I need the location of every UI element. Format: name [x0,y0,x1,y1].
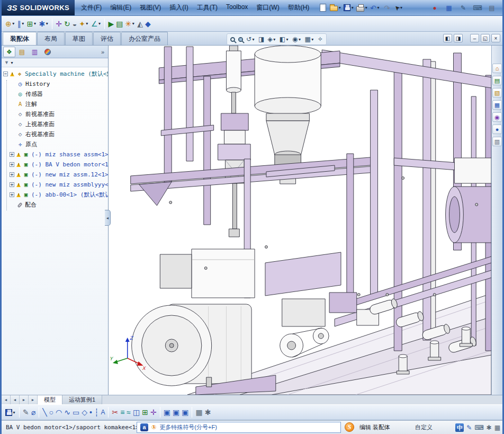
solidworks-resources-button[interactable]: ⌂ [492,64,502,73]
hide-show-items-button[interactable]: ◉▾ [291,34,302,44]
apply-scene-button[interactable]: ▦▾ [303,34,315,44]
print-button[interactable]: ▾ [356,2,368,14]
insert-component-button[interactable]: ⊕▾ [4,17,16,30]
instant-3d-button[interactable]: ◆ [144,17,152,30]
tab-sketch[interactable]: 草图 [65,32,93,45]
ime-keyboard-button[interactable]: ⌨ [472,2,483,14]
tab-layout[interactable]: 布局 [37,32,65,45]
tab-assembly[interactable]: 装配体 [3,32,37,45]
select-button[interactable]: ➤▾ [393,2,404,14]
collapse-icon[interactable]: − [3,72,8,76]
tree-item-assembly-root[interactable]: − ❖ Specially machine (默认<默 [2,69,108,79]
linear-sketch-pattern-button[interactable]: ⊞ [141,406,149,419]
grid-snap-button[interactable]: ▦ [194,406,203,419]
menu-file[interactable]: 文件(F) [77,1,106,14]
circle-button[interactable]: ○ [48,406,55,419]
text-button[interactable]: A [100,406,106,419]
tab-configuration-manager[interactable]: ▥ [29,47,41,57]
offset-entities-button[interactable]: ≈ [125,406,132,419]
sogou-logo-icon[interactable]: S [345,422,354,432]
viewport-pane-button[interactable]: ▣ [172,406,181,419]
tree-item-front-plane[interactable]: ◇ 前视基准面 [2,109,108,119]
tree-item-component[interactable]: + ▣ (-) new miz assmblyyy<1 [2,180,108,190]
custom-properties-button[interactable]: ▥ [492,137,502,146]
tree-item-component[interactable]: + ▣ (-) BA V bedon motor<1> ( [2,160,108,170]
viewport-pane-button[interactable]: ▣ [181,406,190,419]
design-library-button[interactable]: ▤ [492,76,502,85]
viewport-pane-button[interactable]: ▣ [163,406,172,419]
trim-entities-button[interactable]: ✂ [111,406,119,419]
menu-window[interactable]: 窗口(W) [252,1,283,14]
convert-entities-button[interactable]: ≡ [119,406,125,419]
rectangle-button[interactable]: ▭ [71,406,80,419]
assembly-features-button[interactable]: ✦▾ [78,17,90,30]
panel-collapse-handle[interactable]: ◄ [105,210,111,226]
scroll-next-button[interactable]: ► [20,395,29,404]
open-button[interactable]: ▾ [329,2,342,14]
mate-button[interactable]: ∥▾ [16,17,26,30]
doc-close-button[interactable]: × [491,34,500,42]
tree-item-origin[interactable]: ✛ 原点 [2,139,108,149]
ime-language-button[interactable]: 中 [455,423,464,432]
menu-help[interactable]: 帮助(H) [284,1,314,14]
caret-down-icon[interactable]: ▾ [10,60,14,65]
tab-motion-study[interactable]: 运动算例1 [62,395,102,404]
scroll-prev-button[interactable]: ◄ [11,395,20,404]
file-explorer-button[interactable]: ▧ [492,88,502,98]
expand-icon[interactable]: + [10,152,14,157]
tree-item-component[interactable]: + ▣ (-) new miz assm.12<1> (默 [2,170,108,180]
panel-overflow-button[interactable]: » [99,49,106,55]
tree-item-mates[interactable]: 配合 [2,200,108,210]
show-hidden-components-button[interactable]: ◒ [71,17,78,30]
zoom-fit-button[interactable] [229,34,236,44]
exploded-view-button[interactable]: ✳▾ [124,17,136,30]
tools-icon[interactable]: ✱ [487,424,492,431]
tree-item-history[interactable]: ◷ History [2,79,108,89]
customize-button[interactable]: 自定义 [415,423,433,431]
tab-feature-tree[interactable]: ❖ [3,47,15,57]
keyboard-icon[interactable]: ⌨ [474,424,483,431]
menu-insert[interactable]: 插入(I) [165,1,192,14]
rotate-component-button[interactable]: ↻ [63,17,71,30]
smart-dimension-button[interactable]: ⌀ [30,406,37,419]
tab-evaluate[interactable]: 评估 [93,32,121,45]
undo-button[interactable]: ↶▾ [370,2,381,14]
pen-icon[interactable]: ✎ [466,424,472,431]
arc-button[interactable]: ◠ [55,406,63,419]
display-style-button[interactable]: ◧▾ [278,34,290,44]
bill-of-materials-button[interactable]: ▤ [115,17,124,30]
save-button[interactable]: ▾ [343,2,355,14]
move-component-button[interactable]: ✛ [55,17,63,30]
view-orientation-button[interactable]: ◈▾ [266,34,277,44]
redo-button[interactable]: ↷ [382,2,392,14]
expand-icon[interactable]: + [10,182,14,187]
viewport-pane-right-button[interactable]: ◨ [454,34,463,42]
save-button[interactable]: ▾ [4,406,17,419]
point-button[interactable]: • [88,406,93,419]
tree-item-right-plane[interactable]: ◇ 右视基准面 [2,129,108,139]
scenes-button[interactable]: ● [492,125,502,134]
appearances-button[interactable]: ◉ [492,112,502,122]
polygon-button[interactable]: ◇ [80,406,88,419]
interference-detection-button[interactable]: ◭ [136,17,144,30]
options-button[interactable]: ✱ [204,406,212,419]
viewport-pane-left-button[interactable]: ◧ [443,34,452,42]
previous-view-button[interactable]: ↺▾ [245,34,256,44]
move-entities-button[interactable]: ✛ [149,406,158,419]
reference-geometry-button[interactable]: ∠▾ [90,17,103,30]
menu-view[interactable]: 视图(V) [136,1,165,14]
doc-minimize-button[interactable]: – [470,34,479,42]
menu-tools[interactable]: 工具(T) [193,1,222,14]
expand-icon[interactable]: + [10,162,14,167]
linear-component-pattern-button[interactable]: ⊞▾ [26,17,38,30]
new-motion-study-button[interactable]: ▶ [107,17,115,30]
smart-fasteners-button[interactable]: ✱▾ [38,17,50,30]
tree-item-component[interactable]: + ▣ (-) abb-00<1> (默认<默认 [2,190,108,200]
sketch-button[interactable]: ✎ [22,406,30,419]
view-settings-button[interactable]: ✧ [317,34,324,44]
ime-letter-icon[interactable]: a [140,423,148,431]
tree-item-top-plane[interactable]: ◇ 上视基准面 [2,119,108,129]
ime-pen-button[interactable]: ✎ [458,2,469,14]
scroll-first-button[interactable]: ◄ [2,395,11,404]
display-grid-button[interactable]: ▦ [444,2,454,14]
